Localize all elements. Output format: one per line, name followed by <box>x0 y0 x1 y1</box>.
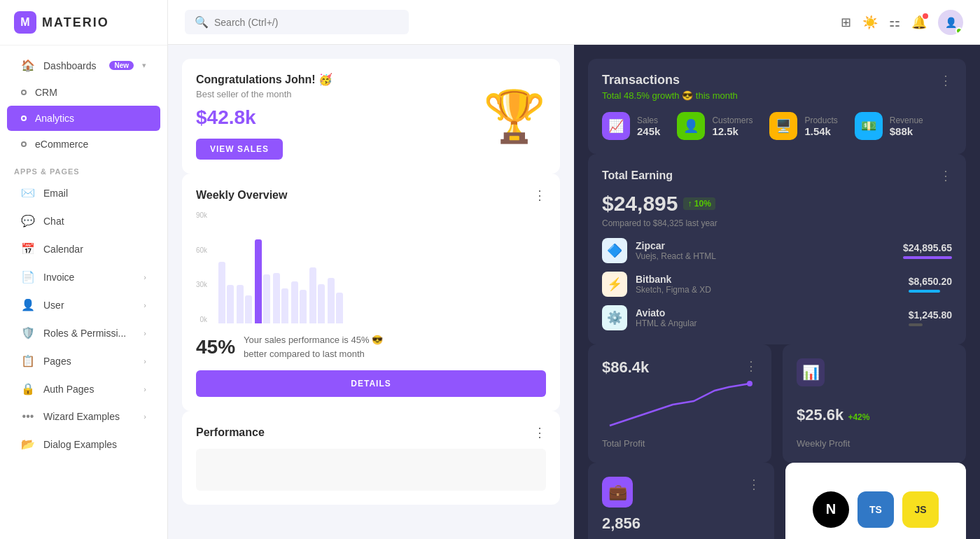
sidebar-item-email[interactable]: ✉️ Email <box>7 179 160 206</box>
transactions-stats: 📈 Sales 245k 👤 Customers 12.5k <box>602 112 952 140</box>
chat-label: Chat <box>43 216 146 227</box>
header-actions: ⊞ ☀️ ⚏ 🔔 👤 <box>841 10 963 35</box>
stat-customers: 👤 Customers 12.5k <box>677 112 752 140</box>
stat-revenue: 💵 Revenue $88k <box>855 112 923 140</box>
total-profit-card: $86.4k ⋮ Total Profit <box>588 344 771 463</box>
apps-grid-icon[interactable]: ⚏ <box>889 15 900 30</box>
chart-label-90k: 90k <box>196 211 207 219</box>
profit-chart <box>602 377 757 433</box>
view-sales-button[interactable]: VIEW SALES <box>196 139 283 160</box>
aviato-info: Aviato HTML & Angular <box>636 307 900 328</box>
bar-light <box>291 281 298 323</box>
javascript-logo: JS <box>902 491 939 528</box>
search-bar[interactable]: 🔍 <box>185 10 409 34</box>
user-icon: 👤 <box>21 298 35 312</box>
home-icon: 🏠 <box>21 59 35 72</box>
project-menu-icon[interactable]: ⋮ <box>748 477 760 492</box>
crm-label: CRM <box>35 87 146 98</box>
project-total: 2,856 <box>602 514 640 533</box>
chevron-right-icon: › <box>144 385 146 393</box>
chevron-right-icon: › <box>144 329 146 337</box>
sidebar-item-ecommerce[interactable]: eCommerce <box>7 132 160 157</box>
sidebar-item-pages[interactable]: 📋 Pages › <box>7 347 160 374</box>
avatar[interactable]: 👤 <box>938 10 963 35</box>
stat-customers-info: Customers 12.5k <box>712 115 752 137</box>
right-panel: Transactions Total 48.5% growth 😎 this m… <box>574 45 980 539</box>
sidebar-nav: 🏠 Dashboards New ▾ CRM Analytics eCommer… <box>0 46 167 539</box>
profit-menu-icon[interactable]: ⋮ <box>745 358 757 374</box>
zipcar-name: Zipcar <box>636 240 895 251</box>
bar-group-2 <box>237 285 252 323</box>
sidebar-item-wizard[interactable]: ••• Wizard Examples › <box>7 403 160 430</box>
stat-sales: 📈 Sales 245k <box>602 112 660 140</box>
stat-products-info: Products 1.54k <box>804 115 837 137</box>
chart-label-30k: 30k <box>196 281 207 288</box>
weekly-profit-header: 📊 ⋮ <box>797 358 952 386</box>
svg-point-0 <box>747 381 752 386</box>
sidebar-item-analytics[interactable]: Analytics <box>7 106 160 131</box>
earning-amount: $24,895 ↑ 10% <box>602 192 952 216</box>
details-button[interactable]: DETAILS <box>196 370 546 397</box>
sidebar-item-chat[interactable]: 💬 Chat <box>7 207 160 234</box>
stat-products: 🖥️ Products 1.54k <box>769 112 837 140</box>
weekly-percent: 45% <box>196 336 235 358</box>
email-label: Email <box>43 188 146 199</box>
search-input[interactable] <box>214 17 399 28</box>
performance-chart <box>196 449 546 491</box>
transactions-menu-icon[interactable]: ⋮ <box>939 73 952 88</box>
weekly-menu-icon[interactable]: ⋮ <box>533 188 546 203</box>
sidebar-item-user[interactable]: 👤 User › <box>7 291 160 318</box>
weekly-profit-amount: $25.6k +42% <box>797 406 952 424</box>
weekly-profit-label: Weekly Profit <box>797 438 952 449</box>
theme-icon[interactable]: ☀️ <box>862 15 878 30</box>
sidebar-item-invoice[interactable]: 📄 Invoice › <box>7 263 160 290</box>
performance-menu-icon[interactable]: ⋮ <box>533 425 546 440</box>
apps-pages-section: APPS & PAGES <box>0 158 167 178</box>
earning-item-zipcar: 🔷 Zipcar Vuejs, React & HTML $24,895.65 <box>602 238 952 263</box>
logo-text: MATERIO <box>42 15 109 30</box>
left-panel: Congratulations John! 🥳 Best seller of t… <box>168 45 574 539</box>
chevron-down-icon: ▾ <box>142 61 146 70</box>
notifications-bell[interactable]: 🔔 <box>911 15 927 30</box>
bar-light <box>300 290 307 323</box>
bar-group-3 <box>255 239 270 323</box>
sidebar-logo: M MATERIO <box>0 0 167 46</box>
ecommerce-label: eCommerce <box>35 139 146 150</box>
performance-header: Performance ⋮ <box>196 425 546 440</box>
bar-light <box>237 285 244 323</box>
pages-icon: 📋 <box>21 354 35 368</box>
bar-group-5 <box>291 281 307 323</box>
profit-row: $86.4k ⋮ Total Profit <box>588 344 966 463</box>
bar-light <box>273 273 280 323</box>
roles-label: Roles & Permissi... <box>43 328 135 339</box>
online-indicator <box>955 27 962 34</box>
customers-icon: 👤 <box>677 112 705 140</box>
invoice-icon: 📄 <box>21 270 35 284</box>
sidebar-item-calendar[interactable]: 📅 Calendar <box>7 235 160 262</box>
calendar-label: Calendar <box>43 244 146 255</box>
profit-info: Total Profit <box>602 438 757 449</box>
sidebar: M MATERIO 🏠 Dashboards New ▾ CRM Analyti… <box>0 0 168 539</box>
sidebar-item-dialog[interactable]: 📂 Dialog Examples <box>7 430 160 458</box>
earning-header: Total Earning ⋮ <box>602 168 952 183</box>
weekly-header: Weekly Overview ⋮ <box>196 188 546 203</box>
weekly-profit-card: 📊 ⋮ $25.6k +42% Weekly Profit <box>783 344 966 463</box>
chart-y-labels: 90k 60k 30k 0k <box>196 211 207 323</box>
translate-icon[interactable]: ⊞ <box>841 15 851 30</box>
sidebar-item-dashboards[interactable]: 🏠 Dashboards New ▾ <box>7 52 160 79</box>
tech-logos-card: N TS JS <box>785 463 966 539</box>
sidebar-item-auth[interactable]: 🔒 Auth Pages › <box>7 375 160 402</box>
revenue-icon: 💵 <box>855 112 883 140</box>
sidebar-item-crm[interactable]: CRM <box>7 80 160 105</box>
bar-light <box>263 274 270 323</box>
aviato-logo: ⚙️ <box>602 305 627 330</box>
earning-menu-icon[interactable]: ⋮ <box>939 168 952 183</box>
notification-dot <box>923 13 928 19</box>
total-earning-card: Total Earning ⋮ $24,895 ↑ 10% Compared t… <box>588 154 966 344</box>
invoice-label: Invoice <box>43 272 135 283</box>
sidebar-item-roles[interactable]: 🛡️ Roles & Permissi... › <box>7 319 160 346</box>
performance-title: Performance <box>196 426 265 439</box>
dialog-icon: 📂 <box>21 438 35 451</box>
revenue-value: $88k <box>890 125 923 137</box>
weekly-card: Weekly Overview ⋮ 90k 60k 30k 0k <box>182 174 560 411</box>
